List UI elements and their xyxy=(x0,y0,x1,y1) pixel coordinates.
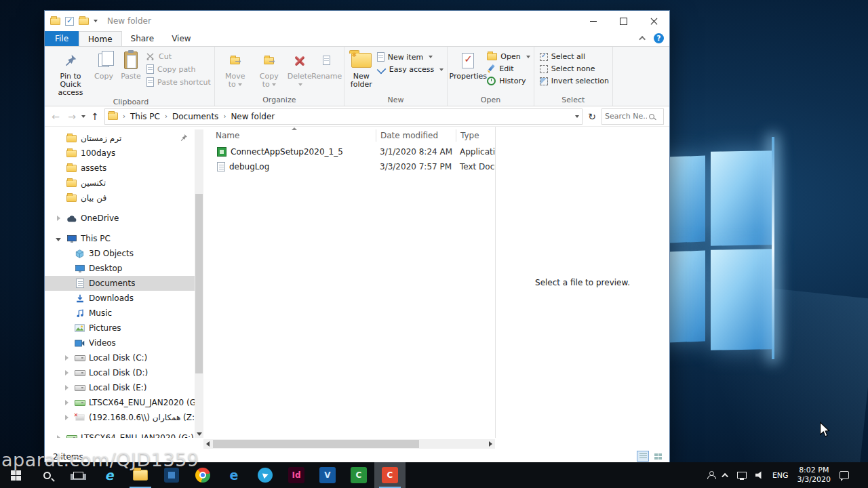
sidebar-item-quick-folder[interactable]: 100days xyxy=(45,146,195,161)
close-button[interactable] xyxy=(639,11,669,31)
search-icon xyxy=(43,472,51,479)
sidebar-item-downloads[interactable]: Downloads xyxy=(45,291,195,306)
pin-to-quick-access-button[interactable]: Pin to Quick access xyxy=(51,49,90,97)
address-dropdown-icon[interactable] xyxy=(575,115,579,118)
details-view-button[interactable] xyxy=(637,451,649,462)
sidebar-item-pictures[interactable]: Pictures xyxy=(45,321,195,336)
new-folder-icon[interactable] xyxy=(79,18,89,25)
taskbar-app-telegram[interactable] xyxy=(250,462,281,488)
sidebar-item-documents[interactable]: Documents xyxy=(45,276,195,291)
taskbar-app-v[interactable]: V xyxy=(312,462,343,488)
qat-customize-dropdown-icon[interactable] xyxy=(94,20,98,22)
search-input[interactable] xyxy=(605,112,647,121)
download-icon xyxy=(74,294,85,303)
column-header-name[interactable]: Name xyxy=(203,129,376,142)
sidebar-item-root-drive-g[interactable]: LTSCX64_ENU_JAN2020 (G:) xyxy=(45,430,195,438)
scroll-down-icon[interactable] xyxy=(197,432,202,436)
disk-icon xyxy=(75,355,85,361)
copy-to-icon xyxy=(264,50,274,70)
easy-access-button[interactable]: Easy access xyxy=(377,65,444,74)
sidebar-item-quick-folder[interactable]: assets xyxy=(45,161,195,176)
new-item-button[interactable]: New item xyxy=(377,52,444,62)
column-header-type[interactable]: Type xyxy=(456,129,495,142)
hidden-icons-chevron-icon[interactable] xyxy=(722,472,728,479)
ribbon-collapse-icon[interactable] xyxy=(639,36,646,43)
address-box[interactable]: › This PC › Documents › New folder xyxy=(104,108,583,125)
copy-path-button[interactable]: Copy path xyxy=(146,64,211,74)
edge-icon: e xyxy=(230,469,239,482)
file-list-horizontal-scrollbar[interactable] xyxy=(203,439,495,449)
taskbar-app-edge[interactable]: e xyxy=(218,462,250,488)
clock[interactable]: 8:02 PM 3/3/2020 xyxy=(797,466,831,485)
tab-share[interactable]: Share xyxy=(122,31,163,46)
paste-button[interactable]: Paste xyxy=(117,49,144,81)
scrollbar-thumb[interactable] xyxy=(213,440,419,448)
up-button[interactable]: ↑ xyxy=(88,111,102,122)
file-row[interactable]: ConnectAppSetup2020_1_5 3/1/2020 8:24 AM… xyxy=(203,144,495,159)
speaker-icon[interactable] xyxy=(755,471,764,479)
cut-button[interactable]: Cut xyxy=(146,52,211,61)
forward-button[interactable]: → xyxy=(65,111,79,122)
refresh-icon[interactable]: ↻ xyxy=(585,111,599,122)
scroll-right-icon[interactable] xyxy=(489,441,492,447)
sidebar-item-local-disk-d[interactable]: Local Disk (D:) xyxy=(45,365,195,380)
help-icon[interactable]: ? xyxy=(654,33,664,43)
tab-home[interactable]: Home xyxy=(79,31,121,46)
sidebar-item-this-pc[interactable]: This PC xyxy=(45,231,195,246)
sidebar-item-onedrive[interactable]: OneDrive xyxy=(45,211,195,226)
copy-button[interactable]: Copy xyxy=(90,49,117,81)
move-to-button[interactable]: Move to xyxy=(218,49,252,89)
sidebar-item-drive-g[interactable]: LTSCX64_ENU_JAN2020 (G:) xyxy=(45,395,195,410)
sidebar-item-desktop[interactable]: Desktop xyxy=(45,261,195,276)
network-icon[interactable] xyxy=(737,472,747,479)
column-header-date-modified[interactable]: Date modified xyxy=(376,129,456,142)
breadcrumb-documents[interactable]: Documents xyxy=(172,112,218,121)
properties-check-icon[interactable] xyxy=(65,17,74,26)
file-row[interactable]: debugLog 3/3/2020 7:57 PM Text Document xyxy=(203,159,495,174)
breadcrumb-new-folder[interactable]: New folder xyxy=(231,112,275,121)
edit-button[interactable]: Edit xyxy=(487,64,530,73)
maximize-button[interactable] xyxy=(608,11,639,31)
people-icon[interactable] xyxy=(707,471,715,479)
sidebar-item-quick-folder[interactable]: ترم زمستان xyxy=(45,131,195,146)
taskbar-app-camtasia[interactable]: C xyxy=(343,462,374,488)
history-button[interactable]: History xyxy=(487,77,530,85)
invert-selection-button[interactable]: Invert selection xyxy=(540,77,609,85)
sidebar-item-3d-objects[interactable]: 3D Objects xyxy=(45,246,195,261)
sidebar-item-local-disk-c[interactable]: Local Disk (C:) xyxy=(45,350,195,365)
tab-view[interactable]: View xyxy=(163,31,199,46)
action-center-icon[interactable] xyxy=(840,471,849,479)
rename-button[interactable]: Rename xyxy=(313,49,340,81)
sidebar-item-quick-folder[interactable]: فن بيان xyxy=(45,190,195,205)
language-indicator[interactable]: ENG xyxy=(772,471,789,480)
paste-shortcut-button[interactable]: Paste shortcut xyxy=(146,77,211,87)
sidebar-item-videos[interactable]: Videos xyxy=(45,336,195,350)
taskbar-app-indesign[interactable]: Id xyxy=(281,462,312,488)
back-button[interactable]: ← xyxy=(49,111,62,122)
scroll-left-icon[interactable] xyxy=(206,441,210,447)
new-folder-button[interactable]: New folder xyxy=(348,49,375,89)
sidebar-item-network-drive-z[interactable]: همكاران (\\192.168.0.6) (Z:) xyxy=(45,410,195,425)
sidebar-item-local-disk-e[interactable]: Local Disk (E:) xyxy=(45,380,195,395)
wallpaper-logo-pane xyxy=(711,150,772,246)
ie-icon: e xyxy=(105,469,114,482)
select-none-button[interactable]: Select none xyxy=(540,64,609,73)
sidebar-item-music[interactable]: Music xyxy=(45,306,195,321)
copy-to-button[interactable]: Copy to xyxy=(252,49,286,89)
scrollbar-thumb[interactable] xyxy=(195,194,203,373)
select-all-button[interactable]: Select all xyxy=(540,52,609,61)
delete-button[interactable]: Delete xyxy=(286,49,313,89)
sidebar-item-quick-folder[interactable]: تكنسين xyxy=(45,176,195,190)
large-icons-view-button[interactable] xyxy=(652,451,664,462)
properties-button[interactable]: Properties xyxy=(451,49,485,81)
minimize-button[interactable] xyxy=(578,11,608,31)
title-bar[interactable]: New folder xyxy=(45,11,669,31)
recent-locations-dropdown-icon[interactable] xyxy=(81,115,85,118)
folder-icon[interactable] xyxy=(50,18,60,25)
breadcrumb-this-pc[interactable]: This PC xyxy=(130,112,160,121)
sidebar-scrollbar[interactable] xyxy=(195,129,203,438)
tab-file[interactable]: File xyxy=(45,31,79,46)
search-box[interactable] xyxy=(601,108,664,125)
open-button[interactable]: Open xyxy=(487,52,530,61)
taskbar-app-recorder[interactable]: C xyxy=(374,462,406,488)
